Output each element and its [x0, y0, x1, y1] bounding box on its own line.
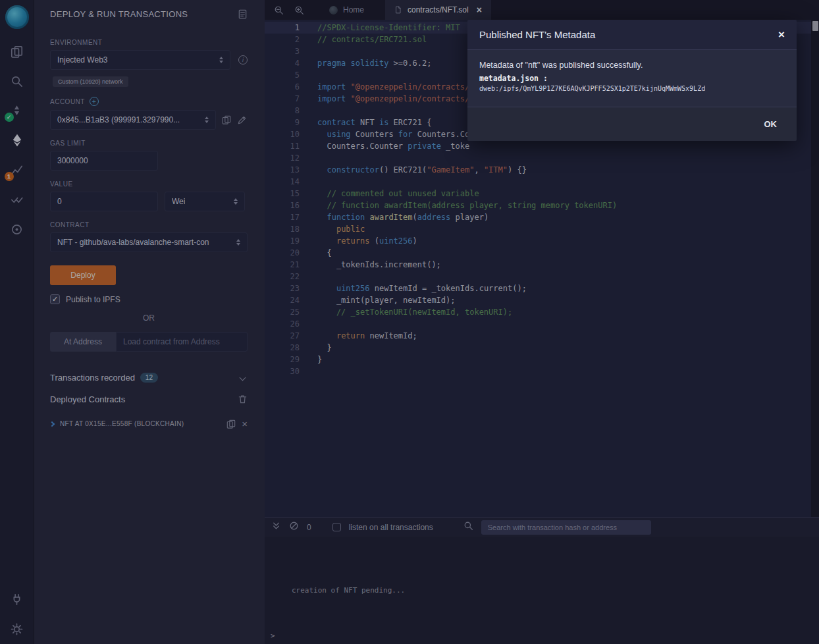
- modal-title: Published NFT's Metadata: [479, 29, 595, 40]
- metadata-file-label: metadata.json :: [479, 74, 785, 83]
- published-metadata-modal: Published NFT's Metadata × Metadata of "…: [467, 20, 797, 141]
- ipfs-url: dweb:/ipfs/QmYL9P1Z7KE6AQvKJPFF52SX1p2TE…: [479, 85, 785, 92]
- ok-button[interactable]: OK: [762, 115, 780, 133]
- modal-message: Metadata of "nft" was published successf…: [479, 61, 785, 70]
- modal-close-icon[interactable]: ×: [778, 29, 785, 40]
- remix-ide: ✓ 1 DEPLOY & RUN TRANSACTIONS: [0, 0, 819, 644]
